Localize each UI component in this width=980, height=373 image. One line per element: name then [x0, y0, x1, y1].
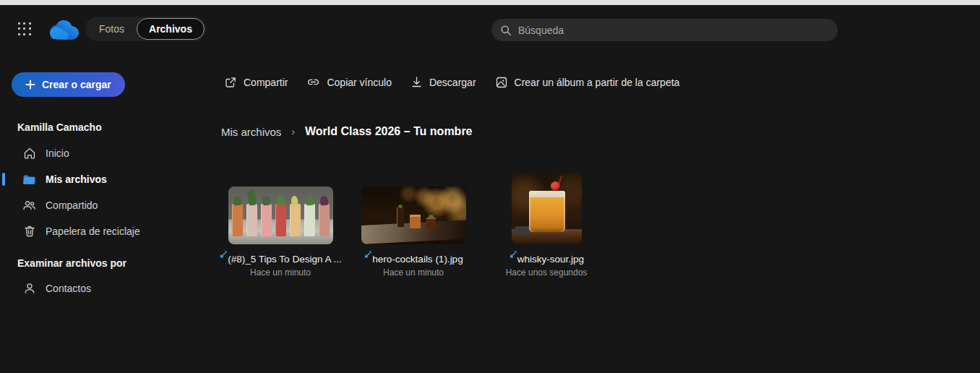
- top-bar: Fotos Archivos: [0, 5, 980, 50]
- create-or-upload-button[interactable]: Crear o cargar: [12, 72, 125, 97]
- toolbar-label: Copiar vínculo: [327, 77, 392, 88]
- tab-fotos[interactable]: Fotos: [87, 19, 137, 39]
- toolbar-label: Descargar: [429, 77, 476, 88]
- breadcrumb: Mis archivos › World Class 2026 – Tu nom…: [221, 125, 473, 138]
- file-timestamp: Hace unos segundos: [506, 267, 588, 278]
- onedrive-app: Fotos Archivos Crear o cargar Kamilla Ca…: [0, 0, 980, 373]
- file-name-text: whisky-sour.jpg: [517, 254, 584, 265]
- sidebar-item-compartido[interactable]: Compartido: [0, 192, 210, 218]
- create-album-button[interactable]: Crear un álbum a partir de la carpeta: [495, 76, 680, 89]
- search-icon: [500, 25, 512, 36]
- album-icon: [495, 76, 508, 89]
- toolbar-label: Compartir: [244, 77, 288, 88]
- file-name[interactable]: (#8)_5 Tips To Design A ...: [219, 254, 341, 265]
- share-button[interactable]: Compartir: [224, 76, 288, 89]
- file-name[interactable]: whisky-sour.jpg: [509, 254, 584, 265]
- view-toggle: Fotos Archivos: [85, 17, 206, 41]
- sidebar-item-label: Mis archivos: [46, 173, 107, 185]
- file-thumbnail-cocktail-lineup[interactable]: [228, 186, 333, 244]
- app-launcher-icon[interactable]: [18, 22, 32, 36]
- command-toolbar: Compartir Copiar vínculo Descargar: [224, 75, 679, 89]
- onedrive-logo-icon[interactable]: [45, 18, 79, 43]
- sidebar-item-label: Compartido: [46, 200, 98, 211]
- sidebar-nav-secondary: Contactos: [0, 275, 210, 301]
- file-timestamp: Hace un minuto: [250, 267, 311, 278]
- copy-link-button[interactable]: Copiar vínculo: [306, 75, 392, 89]
- trash-icon: [22, 225, 36, 239]
- recently-added-icon: [364, 251, 371, 259]
- search-bar[interactable]: [491, 19, 838, 41]
- search-input[interactable]: [518, 25, 829, 36]
- recently-added-icon: [509, 251, 517, 259]
- file-tile[interactable]: (#8)_5 Tips To Design A ... Hace un minu…: [221, 186, 340, 278]
- share-icon: [224, 76, 237, 89]
- breadcrumb-mis-archivos[interactable]: Mis archivos: [221, 126, 281, 138]
- download-icon: [411, 76, 423, 88]
- file-timestamp: Hace un minuto: [383, 267, 444, 278]
- sidebar-item-papelera[interactable]: Papelera de reciclaje: [0, 218, 210, 244]
- sidebar-item-mis-archivos[interactable]: Mis archivos: [0, 166, 210, 192]
- sidebar-item-label: Papelera de reciclaje: [46, 226, 140, 237]
- user-name: Kamilla Camacho: [17, 121, 102, 133]
- sidebar-item-label: Contactos: [46, 283, 91, 294]
- person-icon: [22, 282, 36, 296]
- home-icon: [22, 147, 36, 160]
- sidebar-item-contactos[interactable]: Contactos: [0, 275, 210, 301]
- file-name-text: (#8)_5 Tips To Design A ...: [228, 254, 341, 265]
- sidebar-nav: Inicio Mis archivos Comp: [0, 140, 210, 244]
- breadcrumb-current-folder: World Class 2026 – Tu nombre: [305, 125, 472, 138]
- file-grid: (#8)_5 Tips To Design A ... Hace un minu…: [221, 173, 606, 278]
- toolbar-label: Crear un álbum a partir de la carpeta: [515, 77, 680, 88]
- breadcrumb-separator-icon: ›: [291, 126, 295, 137]
- download-button[interactable]: Descargar: [411, 76, 476, 88]
- file-name-text: hero-cocktails (1).jpg: [372, 254, 463, 265]
- sidebar-item-label: Inicio: [46, 147, 69, 159]
- file-thumbnail-whisky-sour[interactable]: [512, 173, 582, 244]
- plus-icon: [25, 80, 35, 90]
- create-button-label: Crear o cargar: [42, 79, 111, 90]
- browser-chrome-strip: [0, 0, 980, 5]
- file-thumbnail-dark-bar[interactable]: [361, 186, 466, 244]
- sidebar-item-inicio[interactable]: Inicio: [0, 140, 210, 166]
- browse-files-by-header: Examinar archivos por: [17, 257, 126, 269]
- folder-icon: [22, 173, 36, 186]
- link-icon: [306, 75, 320, 89]
- tab-archivos[interactable]: Archivos: [137, 18, 205, 40]
- people-icon: [22, 199, 36, 213]
- file-name[interactable]: hero-cocktails (1).jpg: [364, 254, 463, 265]
- file-tile[interactable]: hero-cocktails (1).jpg Hace un minuto: [354, 186, 473, 278]
- recently-added-icon: [219, 251, 227, 259]
- file-tile[interactable]: whisky-sour.jpg Hace unos segundos: [487, 173, 606, 278]
